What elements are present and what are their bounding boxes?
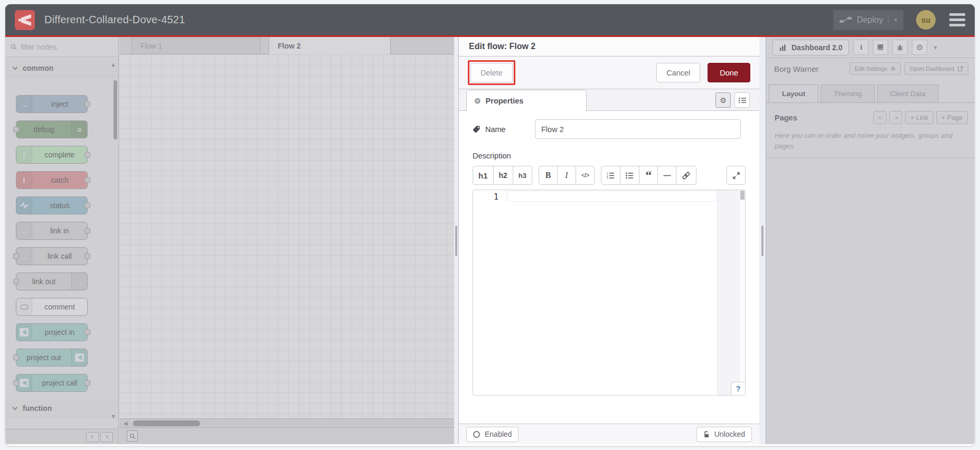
unordered-list-button[interactable] bbox=[620, 166, 639, 185]
tag-icon bbox=[473, 125, 480, 133]
header: Different-Collared-Dove-4521 Deploy ▾ su bbox=[5, 4, 975, 37]
gear-icon: ⚙ bbox=[474, 97, 481, 105]
delete-button[interactable]: Delete bbox=[470, 63, 513, 82]
deploy-button[interactable]: Deploy ▾ bbox=[833, 10, 903, 30]
editor-minimap[interactable] bbox=[717, 190, 740, 395]
heading3-button[interactable]: h3 bbox=[513, 166, 532, 185]
flow-enabled-toggle[interactable]: Enabled bbox=[466, 427, 519, 442]
tab-properties[interactable]: ⚙ Properties bbox=[466, 90, 587, 111]
name-row: Name bbox=[473, 119, 746, 139]
code-button[interactable]: </> bbox=[576, 166, 595, 185]
heading2-button[interactable]: h2 bbox=[493, 166, 513, 185]
name-label: Name bbox=[473, 125, 535, 134]
tray-tab-bar: ⚙ Properties ⚙ bbox=[459, 89, 759, 111]
ordered-list-icon: 123 bbox=[607, 172, 615, 179]
user-avatar[interactable]: su bbox=[916, 10, 936, 30]
done-button[interactable]: Done bbox=[708, 63, 750, 82]
unordered-list-icon bbox=[626, 172, 634, 179]
tray-toolbar: Delete Cancel Done bbox=[459, 57, 759, 89]
blockquote-button[interactable]: “ bbox=[639, 166, 658, 185]
main-container: filter nodes common → inject debug ≡ bbox=[5, 37, 975, 444]
deploy-label: Deploy bbox=[857, 15, 883, 25]
unlock-icon bbox=[703, 430, 710, 438]
radio-circle-icon bbox=[473, 431, 480, 438]
edit-description-button[interactable] bbox=[734, 92, 750, 108]
app-title: Different-Collared-Dove-4521 bbox=[44, 14, 185, 26]
tab-label: Properties bbox=[486, 97, 524, 105]
link-icon bbox=[682, 172, 691, 180]
node-red-logo-icon bbox=[15, 10, 35, 30]
edit-properties-button[interactable]: ⚙ bbox=[715, 92, 731, 108]
editor-scrollbar[interactable] bbox=[740, 190, 745, 395]
name-label-text: Name bbox=[485, 125, 506, 134]
quote-icon: “ bbox=[645, 173, 652, 178]
screen: Different-Collared-Dove-4521 Deploy ▾ su… bbox=[0, 0, 980, 450]
editor-content[interactable] bbox=[507, 190, 717, 395]
gear-icon: ⚙ bbox=[720, 96, 727, 105]
line-number: 1 bbox=[494, 192, 498, 202]
description-editor[interactable]: 1 ? bbox=[473, 190, 746, 396]
markdown-help-button[interactable]: ? bbox=[731, 382, 745, 395]
horizontal-rule-icon: — bbox=[663, 171, 671, 180]
flow-lock-toggle[interactable]: Unlocked bbox=[696, 427, 752, 442]
tray-body: Edit flow: Flow 2 Delete Cancel Done ⚙ P… bbox=[458, 37, 759, 444]
expand-editor-button[interactable] bbox=[727, 166, 746, 185]
tray-title-text: Edit flow: Flow 2 bbox=[469, 42, 535, 51]
description-label: Description bbox=[473, 152, 746, 160]
current-line-highlight bbox=[507, 191, 717, 202]
cancel-button[interactable]: Cancel bbox=[656, 63, 700, 82]
expand-icon bbox=[733, 172, 740, 179]
tray-form: Name Description h1 h2 h3 B I bbox=[459, 111, 759, 424]
line-number-gutter: 1 bbox=[473, 190, 507, 395]
tray-title: Edit flow: Flow 2 bbox=[459, 37, 759, 57]
edit-flow-tray: Edit flow: Flow 2 Delete Cancel Done ⚙ P… bbox=[454, 37, 759, 444]
italic-button[interactable]: I bbox=[557, 166, 576, 185]
deploy-caret-icon[interactable]: ▾ bbox=[888, 16, 897, 23]
horizontal-rule-button[interactable]: — bbox=[657, 166, 676, 185]
ordered-list-button[interactable]: 123 bbox=[601, 166, 620, 185]
app-window: Different-Collared-Dove-4521 Deploy ▾ su… bbox=[5, 4, 975, 446]
tray-footer: Enabled Unlocked bbox=[459, 424, 759, 444]
main-menu-icon[interactable] bbox=[949, 13, 965, 26]
markdown-toolbar: h1 h2 h3 B I </> 123 bbox=[473, 166, 746, 185]
flow-name-input[interactable] bbox=[535, 119, 741, 139]
sidebar-resize-handle[interactable] bbox=[759, 37, 766, 444]
svg-text:3: 3 bbox=[607, 177, 608, 179]
deploy-icon bbox=[840, 16, 852, 24]
locked-label: Unlocked bbox=[714, 430, 745, 438]
bold-button[interactable]: B bbox=[539, 166, 558, 185]
avatar-initials: su bbox=[921, 15, 931, 24]
click-target-annotation: Delete bbox=[468, 60, 515, 85]
insert-link-button[interactable] bbox=[676, 166, 696, 185]
tray-resize-handle[interactable] bbox=[454, 37, 458, 444]
heading1-button[interactable]: h1 bbox=[473, 166, 494, 185]
enabled-label: Enabled bbox=[485, 430, 512, 438]
list-legend-icon bbox=[739, 97, 746, 104]
